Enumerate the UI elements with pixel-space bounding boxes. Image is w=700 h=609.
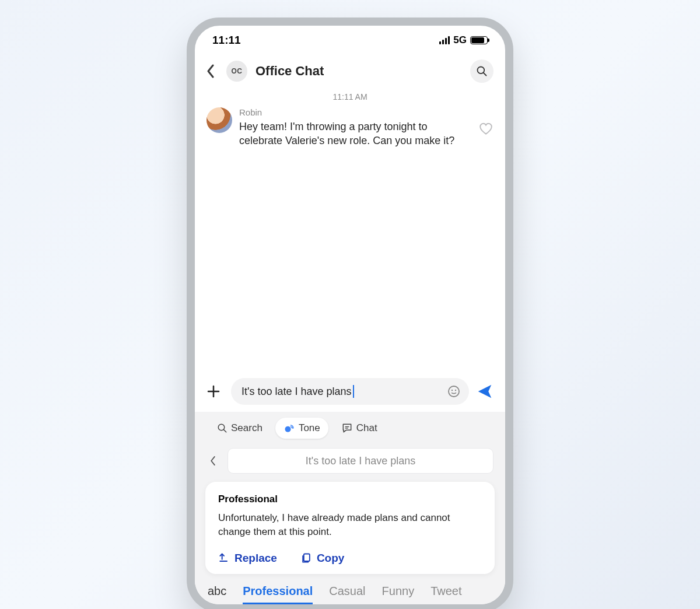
- network-type-label: 5G: [453, 34, 467, 46]
- ai-tool-row: Search Tone Chat: [195, 412, 505, 448]
- heart-icon: [478, 121, 494, 136]
- phone-frame: 11:11 5G OC Office Chat 11:11 AM Robin H…: [187, 18, 513, 609]
- ai-tool-chat[interactable]: Chat: [333, 418, 386, 439]
- ai-tool-tone-label: Tone: [299, 422, 320, 434]
- message-input[interactable]: It's too late I have plans: [231, 378, 469, 405]
- tone-source-text-label: It's too late I have plans: [306, 455, 416, 467]
- send-icon: [476, 383, 494, 400]
- replace-button[interactable]: Replace: [218, 552, 277, 565]
- copy-button-label: Copy: [317, 552, 345, 565]
- keyboard-abc-button[interactable]: abc: [208, 584, 226, 598]
- conversation-timestamp: 11:11 AM: [195, 92, 505, 102]
- search-icon: [217, 423, 228, 433]
- tone-suggestion-title: Professional: [218, 494, 482, 505]
- sender-avatar[interactable]: [206, 107, 232, 133]
- back-button[interactable]: [206, 64, 218, 78]
- svg-line-8: [223, 430, 226, 433]
- emoji-button[interactable]: [447, 384, 461, 398]
- keyboard-mode-tabs: abc Professional Casual Funny Tweet: [195, 580, 505, 604]
- smiley-icon: [447, 384, 461, 398]
- message-body: Robin Hey team! I'm throwing a party ton…: [239, 107, 471, 148]
- chat-title: Office Chat: [256, 64, 462, 79]
- tone-tab-tweet[interactable]: Tweet: [430, 584, 461, 603]
- chat-avatar-badge: OC: [226, 61, 247, 82]
- ai-tool-tone[interactable]: Tone: [275, 418, 328, 439]
- message-row: Robin Hey team! I'm throwing a party ton…: [195, 107, 505, 148]
- tone-tab-professional[interactable]: Professional: [243, 584, 313, 604]
- chat-icon: [341, 422, 353, 434]
- svg-point-5: [452, 390, 453, 391]
- tone-source-text[interactable]: It's too late I have plans: [228, 448, 494, 474]
- add-attachment-button[interactable]: [206, 384, 224, 398]
- text-cursor: [353, 385, 354, 398]
- replace-icon: [218, 552, 230, 564]
- plus-icon: [206, 384, 220, 398]
- tone-back-button[interactable]: [206, 456, 219, 466]
- status-time: 11:11: [212, 34, 241, 47]
- battery-icon: [470, 36, 488, 44]
- svg-line-1: [484, 73, 487, 76]
- ai-tool-chat-label: Chat: [356, 422, 377, 434]
- tone-suggestion-actions: Replace Copy: [218, 552, 482, 565]
- cell-signal-icon: [439, 36, 450, 44]
- send-button[interactable]: [476, 383, 494, 400]
- search-icon: [476, 65, 488, 77]
- tone-input-echo-row: It's too late I have plans: [195, 448, 505, 482]
- tone-suggestion-card: Professional Unfortunately, I have alrea…: [205, 482, 495, 574]
- ai-keyboard-panel: Search Tone Chat It's too late I have pl…: [195, 412, 505, 604]
- search-button[interactable]: [470, 60, 494, 83]
- tone-icon: [284, 422, 295, 434]
- like-button[interactable]: [478, 121, 494, 136]
- tone-suggestion-body: Unfortunately, I have already made plans…: [218, 511, 482, 539]
- tone-tab-casual[interactable]: Casual: [329, 584, 365, 603]
- message-sender: Robin: [239, 107, 467, 117]
- message-input-text: It's too late I have plans: [242, 386, 352, 398]
- composer: It's too late I have plans: [195, 372, 505, 412]
- svg-point-4: [449, 386, 459, 397]
- message-text: Hey team! I'm throwing a party tonight t…: [239, 120, 467, 148]
- chevron-left-icon: [210, 456, 216, 466]
- copy-icon: [300, 552, 312, 564]
- status-bar: 11:11 5G: [195, 26, 505, 55]
- chevron-left-icon: [206, 64, 215, 78]
- svg-point-6: [455, 390, 456, 391]
- copy-button[interactable]: Copy: [300, 552, 345, 565]
- svg-rect-12: [304, 554, 310, 562]
- chat-header: OC Office Chat: [195, 55, 505, 90]
- ai-tool-search[interactable]: Search: [209, 418, 271, 439]
- svg-point-9: [285, 426, 290, 432]
- status-right-cluster: 5G: [439, 34, 488, 46]
- ai-tool-search-label: Search: [231, 422, 262, 434]
- replace-button-label: Replace: [235, 552, 277, 565]
- tone-tab-funny[interactable]: Funny: [382, 584, 415, 603]
